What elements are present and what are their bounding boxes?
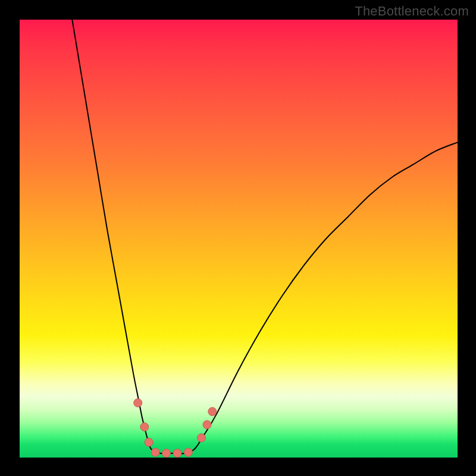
data-marker-floor-b [162, 449, 171, 458]
data-marker-left-lower [145, 438, 153, 446]
data-marker-floor-a [151, 448, 159, 456]
data-marker-floor-c [173, 449, 181, 458]
curve-group [72, 20, 458, 453]
plot-area [20, 20, 458, 458]
outer-frame: TheBottleneck.com [0, 0, 476, 476]
data-marker-right-upper [208, 408, 217, 416]
marker-group [134, 399, 217, 458]
bottleneck-curve-chart [20, 20, 458, 458]
data-marker-right-lower [197, 434, 205, 442]
data-marker-right-mid [203, 421, 211, 429]
data-marker-floor-d [184, 448, 192, 456]
watermark-text: TheBottleneck.com [355, 4, 469, 19]
bottleneck-curve [72, 20, 458, 453]
data-marker-left-mid [140, 422, 149, 431]
data-marker-left-upper [134, 399, 142, 407]
